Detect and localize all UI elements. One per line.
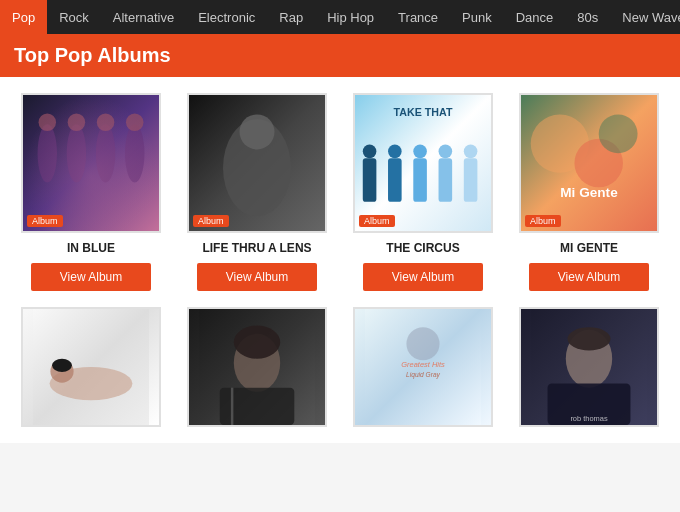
albums-grid-row1: AlbumIN BLUEView AlbumAlbumLIFE THRU A L… (0, 77, 680, 307)
album-card: AlbumIN BLUEView Album (16, 93, 166, 291)
album-cover (187, 307, 327, 427)
nav-item-dance[interactable]: Dance (504, 0, 566, 34)
svg-rect-17 (413, 158, 427, 202)
nav-item-hip-hop[interactable]: Hip Hop (315, 0, 386, 34)
svg-point-4 (68, 113, 85, 130)
svg-point-22 (464, 145, 478, 159)
nav-item-trance[interactable]: Trance (386, 0, 450, 34)
album-art: TAKE THAT (355, 95, 491, 231)
svg-point-2 (39, 113, 56, 130)
svg-rect-13 (363, 158, 377, 202)
nav-item-rock[interactable]: Rock (47, 0, 101, 34)
nav-item-alternative[interactable]: Alternative (101, 0, 186, 34)
svg-text:Mi Gente: Mi Gente (560, 185, 618, 200)
albums-grid-row2: Greatest HitsLiquid Grayrob thomas (0, 307, 680, 443)
svg-point-41 (406, 327, 439, 360)
genre-nav: PopRockAlternativeElectronicRapHip HopTr… (0, 0, 680, 34)
svg-rect-15 (388, 158, 402, 202)
album-title: MI GENTE (560, 241, 618, 255)
view-album-button[interactable]: View Album (197, 263, 317, 291)
svg-point-3 (67, 124, 86, 182)
svg-point-6 (97, 113, 114, 130)
svg-rect-21 (464, 158, 478, 202)
svg-point-5 (96, 124, 115, 182)
svg-text:Liquid Gray: Liquid Gray (406, 371, 440, 379)
svg-point-1 (38, 124, 57, 182)
album-cover: Greatest HitsLiquid Gray (353, 307, 493, 427)
view-album-button[interactable]: View Album (529, 263, 649, 291)
album-card: Mi GenteAlbumMI GENTEView Album (514, 93, 664, 291)
svg-point-14 (363, 145, 377, 159)
nav-item-punk[interactable]: Punk (450, 0, 504, 34)
album-badge: Album (27, 215, 63, 227)
album-card (16, 307, 166, 427)
album-cover (21, 307, 161, 427)
section-title: Top Pop Albums (14, 44, 171, 66)
album-title: THE CIRCUS (386, 241, 459, 255)
nav-item-electronic[interactable]: Electronic (186, 0, 267, 34)
album-card (182, 307, 332, 427)
album-badge: Album (525, 215, 561, 227)
svg-point-44 (567, 327, 610, 350)
album-art (23, 95, 159, 231)
album-art: Mi Gente (521, 95, 657, 231)
svg-point-18 (413, 145, 427, 159)
section-header: Top Pop Albums (0, 34, 680, 77)
nav-item-rap[interactable]: Rap (267, 0, 315, 34)
album-badge: Album (359, 215, 395, 227)
album-cover: Mi GenteAlbum (519, 93, 659, 233)
svg-point-11 (240, 114, 275, 149)
album-cover: Album (21, 93, 161, 233)
album-title: IN BLUE (67, 241, 115, 255)
album-art (189, 95, 325, 231)
svg-point-8 (126, 113, 143, 130)
nav-item-pop[interactable]: Pop (0, 0, 47, 34)
album-cover: Album (187, 93, 327, 233)
nav-item-new-wave[interactable]: New Wave (610, 0, 680, 34)
album-art: Greatest HitsLiquid Gray (355, 309, 491, 425)
album-card: AlbumLIFE THRU A LENSView Album (182, 93, 332, 291)
album-cover: TAKE THATAlbum (353, 93, 493, 233)
svg-point-27 (599, 114, 638, 153)
svg-rect-0 (23, 95, 159, 231)
svg-text:Greatest Hits: Greatest Hits (401, 360, 445, 369)
svg-text:rob thomas: rob thomas (570, 414, 607, 423)
album-badge: Album (193, 215, 229, 227)
svg-text:TAKE THAT: TAKE THAT (394, 106, 453, 118)
svg-point-20 (439, 145, 453, 159)
album-art (189, 309, 325, 425)
svg-point-32 (52, 359, 72, 372)
album-card: TAKE THATAlbumTHE CIRCUSView Album (348, 93, 498, 291)
svg-rect-36 (220, 388, 295, 425)
view-album-button[interactable]: View Album (31, 263, 151, 291)
svg-rect-19 (439, 158, 453, 202)
album-card: rob thomas (514, 307, 664, 427)
svg-point-7 (125, 124, 144, 182)
album-card: Greatest HitsLiquid Gray (348, 307, 498, 427)
album-art: rob thomas (521, 309, 657, 425)
album-title: LIFE THRU A LENS (202, 241, 311, 255)
view-album-button[interactable]: View Album (363, 263, 483, 291)
album-art (23, 309, 159, 425)
svg-point-16 (388, 145, 402, 159)
svg-point-35 (234, 326, 280, 359)
album-cover: rob thomas (519, 307, 659, 427)
nav-item-80s[interactable]: 80s (565, 0, 610, 34)
